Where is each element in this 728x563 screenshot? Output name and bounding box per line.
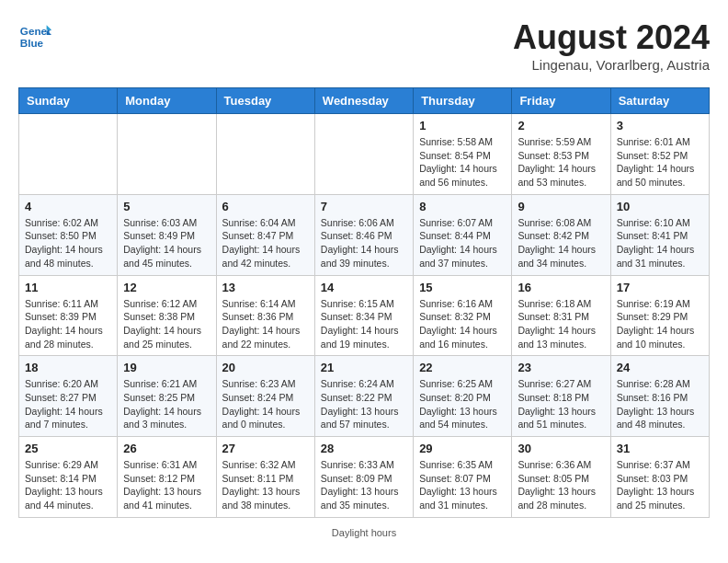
calendar-day-header: Sunday bbox=[19, 88, 118, 114]
month-year-title: August 2024 bbox=[513, 18, 710, 57]
calendar-cell: 5Sunrise: 6:03 AM Sunset: 8:49 PM Daylig… bbox=[118, 194, 216, 275]
logo: General Blue bbox=[18, 18, 51, 52]
day-info: Sunrise: 6:33 AM Sunset: 8:09 PM Dayligh… bbox=[321, 458, 407, 512]
day-info: Sunrise: 6:02 AM Sunset: 8:50 PM Dayligh… bbox=[25, 216, 111, 270]
calendar-cell: 11Sunrise: 6:11 AM Sunset: 8:39 PM Dayli… bbox=[19, 275, 118, 356]
day-info: Sunrise: 6:14 AM Sunset: 8:36 PM Dayligh… bbox=[222, 297, 309, 351]
day-number: 9 bbox=[518, 200, 604, 213]
day-info: Sunrise: 6:37 AM Sunset: 8:03 PM Dayligh… bbox=[617, 458, 703, 512]
calendar-cell: 20Sunrise: 6:23 AM Sunset: 8:24 PM Dayli… bbox=[216, 356, 314, 437]
day-number: 17 bbox=[617, 281, 703, 294]
day-number: 31 bbox=[617, 442, 703, 455]
calendar-cell bbox=[19, 114, 118, 195]
day-info: Sunrise: 6:20 AM Sunset: 8:27 PM Dayligh… bbox=[25, 377, 111, 431]
day-info: Sunrise: 6:28 AM Sunset: 8:16 PM Dayligh… bbox=[617, 377, 703, 431]
logo-icon: General Blue bbox=[18, 18, 51, 52]
calendar-cell: 12Sunrise: 6:12 AM Sunset: 8:38 PM Dayli… bbox=[118, 275, 216, 356]
calendar-cell: 4Sunrise: 6:02 AM Sunset: 8:50 PM Daylig… bbox=[19, 194, 118, 275]
calendar-cell: 24Sunrise: 6:28 AM Sunset: 8:16 PM Dayli… bbox=[610, 356, 709, 437]
day-info: Sunrise: 6:07 AM Sunset: 8:44 PM Dayligh… bbox=[419, 216, 506, 270]
day-number: 24 bbox=[617, 361, 703, 374]
day-info: Sunrise: 6:19 AM Sunset: 8:29 PM Dayligh… bbox=[617, 297, 703, 351]
calendar-week-row: 11Sunrise: 6:11 AM Sunset: 8:39 PM Dayli… bbox=[19, 275, 710, 356]
day-number: 19 bbox=[123, 361, 210, 374]
calendar-day-header: Wednesday bbox=[314, 88, 413, 114]
day-number: 5 bbox=[123, 200, 210, 213]
calendar-cell: 8Sunrise: 6:07 AM Sunset: 8:44 PM Daylig… bbox=[414, 194, 512, 275]
day-info: Sunrise: 6:11 AM Sunset: 8:39 PM Dayligh… bbox=[25, 297, 111, 351]
day-info: Sunrise: 6:27 AM Sunset: 8:18 PM Dayligh… bbox=[518, 377, 604, 431]
day-info: Sunrise: 6:06 AM Sunset: 8:46 PM Dayligh… bbox=[321, 216, 407, 270]
day-number: 30 bbox=[518, 442, 604, 455]
calendar-day-header: Friday bbox=[512, 88, 610, 114]
calendar-cell bbox=[118, 114, 216, 195]
day-number: 25 bbox=[25, 442, 111, 455]
day-number: 22 bbox=[419, 361, 506, 374]
calendar-cell: 23Sunrise: 6:27 AM Sunset: 8:18 PM Dayli… bbox=[512, 356, 610, 437]
calendar-cell: 13Sunrise: 6:14 AM Sunset: 8:36 PM Dayli… bbox=[216, 275, 314, 356]
day-number: 6 bbox=[222, 200, 309, 213]
day-info: Sunrise: 6:16 AM Sunset: 8:32 PM Dayligh… bbox=[419, 297, 506, 351]
calendar-cell: 25Sunrise: 6:29 AM Sunset: 8:14 PM Dayli… bbox=[19, 437, 118, 518]
calendar-cell: 28Sunrise: 6:33 AM Sunset: 8:09 PM Dayli… bbox=[314, 437, 413, 518]
calendar-cell: 26Sunrise: 6:31 AM Sunset: 8:12 PM Dayli… bbox=[118, 437, 216, 518]
day-info: Sunrise: 6:36 AM Sunset: 8:05 PM Dayligh… bbox=[518, 458, 604, 512]
calendar-week-row: 4Sunrise: 6:02 AM Sunset: 8:50 PM Daylig… bbox=[19, 194, 710, 275]
day-info: Sunrise: 6:10 AM Sunset: 8:41 PM Dayligh… bbox=[617, 216, 703, 270]
calendar-day-header: Thursday bbox=[414, 88, 512, 114]
day-number: 4 bbox=[25, 200, 111, 213]
calendar-header-row: SundayMondayTuesdayWednesdayThursdayFrid… bbox=[19, 88, 710, 114]
calendar-week-row: 1Sunrise: 5:58 AM Sunset: 8:54 PM Daylig… bbox=[19, 114, 710, 195]
day-info: Sunrise: 5:59 AM Sunset: 8:53 PM Dayligh… bbox=[518, 135, 604, 190]
day-info: Sunrise: 6:18 AM Sunset: 8:31 PM Dayligh… bbox=[518, 297, 604, 351]
day-info: Sunrise: 6:15 AM Sunset: 8:34 PM Dayligh… bbox=[321, 297, 407, 351]
day-number: 27 bbox=[222, 442, 309, 455]
day-number: 3 bbox=[617, 119, 703, 132]
day-info: Sunrise: 6:35 AM Sunset: 8:07 PM Dayligh… bbox=[419, 458, 506, 512]
day-number: 12 bbox=[123, 281, 210, 294]
calendar-cell: 31Sunrise: 6:37 AM Sunset: 8:03 PM Dayli… bbox=[610, 437, 709, 518]
day-info: Sunrise: 6:08 AM Sunset: 8:42 PM Dayligh… bbox=[518, 216, 604, 270]
calendar-cell: 9Sunrise: 6:08 AM Sunset: 8:42 PM Daylig… bbox=[512, 194, 610, 275]
calendar-cell: 3Sunrise: 6:01 AM Sunset: 8:52 PM Daylig… bbox=[610, 114, 709, 195]
svg-text:Blue: Blue bbox=[20, 37, 44, 49]
day-info: Sunrise: 6:31 AM Sunset: 8:12 PM Dayligh… bbox=[123, 458, 210, 512]
calendar-cell: 19Sunrise: 6:21 AM Sunset: 8:25 PM Dayli… bbox=[118, 356, 216, 437]
day-number: 26 bbox=[123, 442, 210, 455]
day-info: Sunrise: 6:04 AM Sunset: 8:47 PM Dayligh… bbox=[222, 216, 309, 270]
day-info: Sunrise: 6:21 AM Sunset: 8:25 PM Dayligh… bbox=[123, 377, 210, 431]
calendar-cell bbox=[216, 114, 314, 195]
day-info: Sunrise: 6:01 AM Sunset: 8:52 PM Dayligh… bbox=[617, 135, 703, 190]
day-number: 20 bbox=[222, 361, 309, 374]
day-number: 15 bbox=[419, 281, 506, 294]
day-number: 16 bbox=[518, 281, 604, 294]
day-number: 23 bbox=[518, 361, 604, 374]
day-info: Sunrise: 6:25 AM Sunset: 8:20 PM Dayligh… bbox=[419, 377, 506, 431]
day-number: 10 bbox=[617, 200, 703, 213]
calendar-cell: 17Sunrise: 6:19 AM Sunset: 8:29 PM Dayli… bbox=[610, 275, 709, 356]
calendar-cell: 15Sunrise: 6:16 AM Sunset: 8:32 PM Dayli… bbox=[414, 275, 512, 356]
day-number: 8 bbox=[419, 200, 506, 213]
calendar-table: SundayMondayTuesdayWednesdayThursdayFrid… bbox=[18, 87, 710, 518]
day-number: 18 bbox=[25, 361, 111, 374]
day-number: 11 bbox=[25, 281, 111, 294]
day-number: 1 bbox=[419, 119, 506, 132]
calendar-cell: 2Sunrise: 5:59 AM Sunset: 8:53 PM Daylig… bbox=[512, 114, 610, 195]
calendar-week-row: 18Sunrise: 6:20 AM Sunset: 8:27 PM Dayli… bbox=[19, 356, 710, 437]
calendar-cell: 7Sunrise: 6:06 AM Sunset: 8:46 PM Daylig… bbox=[314, 194, 413, 275]
calendar-day-header: Tuesday bbox=[216, 88, 314, 114]
calendar-day-header: Saturday bbox=[610, 88, 709, 114]
day-info: Sunrise: 5:58 AM Sunset: 8:54 PM Dayligh… bbox=[419, 135, 506, 190]
calendar-cell: 21Sunrise: 6:24 AM Sunset: 8:22 PM Dayli… bbox=[314, 356, 413, 437]
title-block: August 2024 Lingenau, Vorarlberg, Austri… bbox=[513, 18, 710, 73]
day-number: 28 bbox=[321, 442, 407, 455]
day-info: Sunrise: 6:29 AM Sunset: 8:14 PM Dayligh… bbox=[25, 458, 111, 512]
day-number: 29 bbox=[419, 442, 506, 455]
calendar-cell: 14Sunrise: 6:15 AM Sunset: 8:34 PM Dayli… bbox=[314, 275, 413, 356]
page-header: General Blue August 2024 Lingenau, Vorar… bbox=[18, 18, 710, 73]
calendar-cell: 18Sunrise: 6:20 AM Sunset: 8:27 PM Dayli… bbox=[19, 356, 118, 437]
day-number: 14 bbox=[321, 281, 407, 294]
day-info: Sunrise: 6:03 AM Sunset: 8:49 PM Dayligh… bbox=[123, 216, 210, 270]
calendar-cell: 16Sunrise: 6:18 AM Sunset: 8:31 PM Dayli… bbox=[512, 275, 610, 356]
calendar-day-header: Monday bbox=[118, 88, 216, 114]
